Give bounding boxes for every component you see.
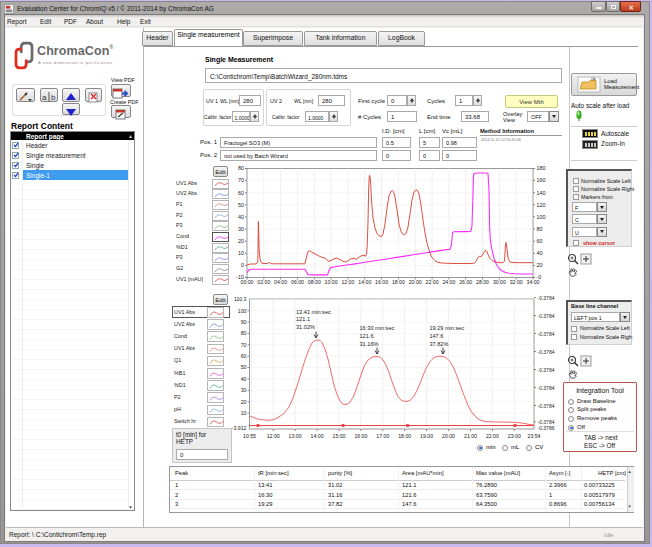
svg-text:20: 20 [241,399,247,405]
svg-text:-0.3786: -0.3786 [538,425,555,431]
svg-text:31.02%: 31.02% [296,324,315,330]
svg-text:-0.3784: -0.3784 [538,349,555,355]
svg-text:23:00: 23:00 [508,433,521,439]
svg-text:23:54: 23:54 [528,433,541,439]
svg-text:121.6: 121.6 [360,333,374,339]
svg-text:-0.3784: -0.3784 [538,295,555,301]
svg-text:-0.3784: -0.3784 [538,367,555,373]
svg-text:60: 60 [241,353,247,359]
svg-text:10:55: 10:55 [243,433,256,439]
svg-text:20:00: 20:00 [442,433,455,439]
svg-text:100: 100 [238,308,247,314]
svg-text:37.82%: 37.82% [429,341,448,347]
svg-text:121.1: 121.1 [296,316,310,322]
svg-text:40: 40 [241,376,247,382]
svg-text:-0.3784: -0.3784 [538,313,555,319]
svg-text:14:00: 14:00 [311,433,324,439]
svg-text:70: 70 [241,342,247,348]
svg-text:13.41 min:sec: 13.41 min:sec [296,309,331,315]
svg-text:147.6: 147.6 [429,333,443,339]
svg-text:-0.3784: -0.3784 [538,331,555,337]
svg-text:22:00: 22:00 [486,433,499,439]
svg-text:80: 80 [241,330,247,336]
svg-text:16:00: 16:00 [354,433,367,439]
svg-text:18:00: 18:00 [398,433,411,439]
svg-text:16:30 min:sec: 16:30 min:sec [360,325,395,331]
svg-text:50: 50 [241,364,247,370]
svg-text:-0.3784: -0.3784 [538,403,555,409]
svg-text:-0.3784: -0.3784 [538,385,555,391]
svg-text:17:00: 17:00 [376,433,389,439]
svg-text:13:00: 13:00 [289,433,302,439]
svg-text:19:29 min:sec: 19:29 min:sec [429,325,464,331]
svg-text:10: 10 [241,410,247,416]
svg-text:15:00: 15:00 [333,433,346,439]
svg-text:30: 30 [241,387,247,393]
svg-text:19:00: 19:00 [420,433,433,439]
svg-text:31.16%: 31.16% [360,341,379,347]
svg-text:110.3: 110.3 [234,296,247,302]
svg-text:-3.912: -3.912 [232,425,247,431]
svg-text:12:00: 12:00 [267,433,280,439]
svg-text:21:00: 21:00 [464,433,477,439]
svg-text:90: 90 [241,319,247,325]
